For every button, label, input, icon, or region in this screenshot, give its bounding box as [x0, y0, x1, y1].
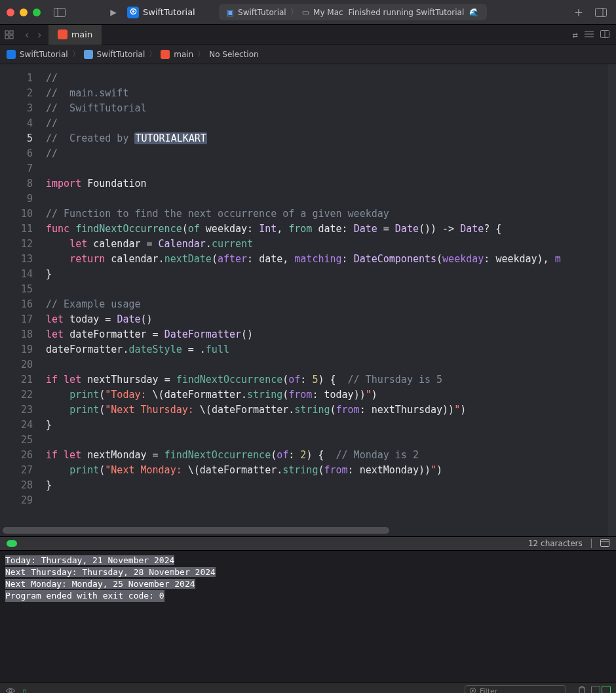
- debug-bar: 12 characters │: [0, 536, 616, 551]
- panel-toggle[interactable]: [591, 686, 611, 693]
- jump-bar-item[interactable]: SwiftTutorial: [20, 50, 68, 59]
- console-output[interactable]: Today: Thursday, 21 November 2024Next Th…: [0, 551, 616, 682]
- history-nav: ‹ ›: [18, 28, 48, 41]
- chevron-right-icon: 〉: [149, 49, 157, 60]
- run-button[interactable]: ▶: [105, 4, 122, 21]
- related-items-icon[interactable]: [0, 30, 18, 39]
- breakpoint-toggle[interactable]: [7, 540, 17, 547]
- filter-placeholder: Filter: [480, 687, 497, 693]
- svg-rect-5: [10, 31, 13, 34]
- swift-file-icon: [58, 30, 67, 39]
- pill-status: Finished running SwiftTutorial: [349, 8, 465, 17]
- activity-pill[interactable]: ▣ SwiftTutorial 〉 ▭ My Mac Finished runn…: [219, 4, 488, 20]
- app-icon: ⦿: [127, 7, 139, 18]
- line-segment-icon: │: [589, 539, 594, 548]
- jump-bar-item[interactable]: SwiftTutorial: [97, 50, 145, 59]
- console-filter-input[interactable]: ⦿ Filter: [465, 685, 566, 693]
- console-output-icon[interactable]: [600, 539, 609, 549]
- svg-rect-4: [5, 31, 9, 34]
- minimize-window-button[interactable]: [20, 9, 28, 16]
- mac-icon: ▭: [302, 8, 309, 17]
- tab-label: main: [71, 30, 92, 39]
- pill-project: SwiftTutorial: [238, 8, 286, 17]
- jump-bar-item[interactable]: No Selection: [209, 50, 258, 59]
- variables-view-toggle[interactable]: [591, 686, 600, 693]
- filter-icon: ⦿: [469, 687, 476, 693]
- code-area[interactable]: //// main.swift// SwiftTutorial//// Crea…: [39, 64, 616, 536]
- swift-file-icon: [161, 50, 170, 59]
- minimap[interactable]: [608, 64, 616, 536]
- project-icon: [7, 50, 16, 59]
- horizontal-scrollbar[interactable]: [3, 527, 389, 534]
- svg-rect-7: [10, 35, 13, 39]
- chevron-right-icon: 〉: [197, 49, 205, 60]
- wave-icon: 🌊: [469, 8, 479, 17]
- selection-status: 12 characters: [528, 539, 583, 548]
- jump-bar[interactable]: SwiftTutorial 〉 SwiftTutorial 〉 main 〉 N…: [0, 45, 616, 64]
- add-editor-icon[interactable]: [600, 30, 609, 40]
- console-view-toggle[interactable]: [602, 686, 611, 693]
- chevron-right-icon: 〉: [290, 7, 298, 18]
- chevron-right-icon: 〉: [72, 49, 80, 60]
- svg-rect-6: [5, 35, 9, 39]
- svg-rect-13: [601, 539, 609, 546]
- sidebar-toggle-icon[interactable]: [51, 4, 68, 21]
- traffic-lights: [7, 9, 41, 16]
- debug-bottom-bar: ⎍ ⦿ Filter: [0, 682, 616, 693]
- tab-main[interactable]: main: [48, 25, 102, 45]
- forward-button[interactable]: ›: [33, 28, 46, 41]
- pill-destination: My Mac: [313, 8, 343, 17]
- xcode-project-icon: ▣: [227, 8, 234, 17]
- scheme-name: SwiftTutorial: [143, 7, 195, 17]
- close-window-button[interactable]: [7, 9, 14, 16]
- zoom-window-button[interactable]: [33, 9, 41, 16]
- add-tab-button[interactable]: ＋: [570, 4, 587, 21]
- adjust-editor-icon[interactable]: ⇄: [573, 30, 578, 40]
- jump-bar-item[interactable]: main: [174, 50, 193, 59]
- memory-graph-icon[interactable]: ⎍: [22, 687, 27, 694]
- back-button[interactable]: ‹: [21, 28, 33, 41]
- folder-icon: [84, 50, 93, 59]
- editor-options-icon[interactable]: [585, 30, 594, 40]
- code-editor[interactable]: 1234567891011121314151617181920212223242…: [0, 64, 616, 536]
- svg-point-15: [9, 689, 12, 692]
- titlebar: ▶ ⦿ SwiftTutorial ▣ SwiftTutorial 〉 ▭ My…: [0, 0, 616, 25]
- svg-rect-2: [596, 8, 607, 16]
- scheme-selector[interactable]: ⦿ SwiftTutorial: [127, 7, 195, 18]
- quick-look-icon[interactable]: [5, 687, 16, 694]
- library-toggle-icon[interactable]: [592, 4, 609, 21]
- svg-rect-0: [54, 8, 66, 16]
- line-gutter: 1234567891011121314151617181920212223242…: [0, 64, 39, 536]
- trash-icon[interactable]: [578, 686, 586, 693]
- tab-strip: ‹ › main ⇄: [0, 25, 616, 45]
